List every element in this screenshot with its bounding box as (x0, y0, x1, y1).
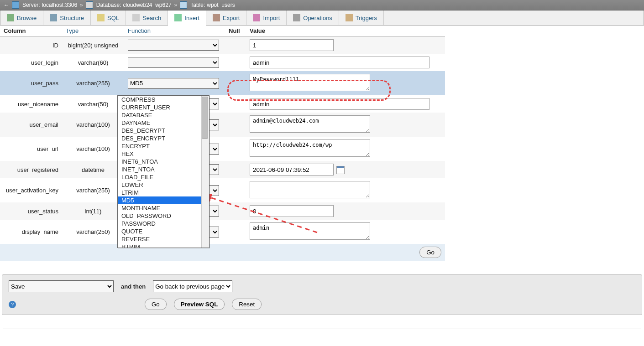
tab-label: Insert (184, 15, 199, 21)
crumb-db[interactable]: cloudweb24_wp627 (123, 2, 171, 8)
form-row-user_email: user_emailvarchar(100) (0, 113, 445, 137)
tab-import[interactable]: Import (246, 10, 287, 25)
column-type: datetime (62, 161, 124, 178)
value-input[interactable] (250, 164, 334, 176)
null-cell (225, 178, 246, 202)
null-cell (225, 220, 246, 244)
value-input[interactable] (250, 181, 370, 198)
dropdown-option[interactable]: CURRENT_USER (118, 103, 209, 111)
column-type: varchar(250) (62, 220, 124, 244)
tab-insert[interactable]: Insert (168, 10, 206, 26)
null-cell (225, 95, 246, 113)
column-type: varchar(255) (62, 178, 124, 202)
dropdown-option[interactable]: INET_NTOA (118, 165, 209, 173)
crumb-server-label: Server: (22, 2, 40, 8)
structure-icon (50, 14, 57, 21)
column-name: user_email (0, 113, 62, 137)
go-button[interactable]: Go (419, 247, 441, 258)
dropdown-option[interactable]: OLD_PASSWORD (118, 212, 209, 220)
dropdown-option[interactable]: HEX (118, 150, 209, 158)
reset-button[interactable]: Reset (232, 299, 262, 310)
column-type: varchar(60) (62, 54, 124, 71)
calendar-icon[interactable] (336, 166, 345, 174)
action-bar: Save and then Go back to previous page ?… (2, 274, 642, 315)
value-input[interactable] (250, 39, 334, 51)
insert-form-table: Column Type Function Null Value IDbigint… (0, 26, 445, 261)
tab-structure[interactable]: Structure (43, 10, 91, 25)
tab-triggers[interactable]: Triggers (339, 10, 384, 25)
dropdown-option[interactable]: MD5 (118, 196, 209, 204)
crumb-table-label: Table: (190, 2, 205, 8)
dropdown-option[interactable]: LOAD_FILE (118, 173, 209, 181)
tab-label: Export (223, 15, 240, 21)
null-cell (225, 54, 246, 71)
search-icon (132, 14, 140, 21)
th-type[interactable]: Type (62, 26, 124, 36)
dropdown-option[interactable]: RTRIM (118, 243, 209, 248)
th-function[interactable]: Function (124, 26, 225, 36)
help-icon[interactable]: ? (9, 301, 16, 308)
value-input[interactable] (250, 57, 429, 68)
value-input[interactable] (250, 139, 370, 157)
tab-export[interactable]: Export (206, 10, 247, 25)
dropdown-option[interactable]: DAYNAME (118, 119, 209, 127)
and-then-label: and then (121, 283, 146, 290)
th-column: Column (0, 26, 62, 36)
value-input[interactable] (250, 205, 334, 217)
dropdown-option[interactable]: REVERSE (118, 235, 209, 243)
dropdown-option[interactable]: LOWER (118, 181, 209, 189)
breadcrumb: ← Server: localhost:3306 » Database: clo… (0, 0, 644, 10)
table-icon (180, 1, 187, 9)
value-input[interactable] (250, 98, 429, 110)
null-cell (225, 161, 246, 178)
crumb-table[interactable]: wpot_users (207, 2, 235, 8)
dropdown-option[interactable]: DATABASE (118, 111, 209, 119)
dropdown-option[interactable]: PASSWORD (118, 220, 209, 227)
server-icon (12, 1, 19, 9)
value-input[interactable] (250, 222, 370, 240)
dropdown-option[interactable]: INET6_NTOA (118, 158, 209, 165)
column-name: ID (0, 36, 62, 54)
function-select[interactable] (128, 40, 219, 51)
dropdown-option[interactable]: DES_DECRYPT (118, 127, 209, 134)
footer-divider (3, 329, 641, 329)
dropdown-option[interactable]: QUOTE (118, 227, 209, 235)
go-button-bottom[interactable]: Go (145, 299, 167, 310)
form-row-user_url: user_urlvarchar(100) (0, 137, 445, 161)
crumb-server[interactable]: localhost:3306 (42, 2, 77, 8)
function-dropdown-list[interactable]: COMPRESSCURRENT_USERDATABASEDAYNAMEDES_D… (117, 95, 209, 248)
dropdown-option[interactable]: DES_ENCRYPT (118, 134, 209, 142)
dropdown-option[interactable]: ENCRYPT (118, 142, 209, 150)
dropdown-option[interactable]: MONTHNAME (118, 204, 209, 212)
tab-browse[interactable]: Browse (0, 10, 43, 25)
tab-bar: Browse Structure SQL Search Insert Expor… (0, 10, 644, 26)
crumb-sep: » (80, 2, 83, 8)
tab-sql[interactable]: SQL (91, 10, 126, 25)
dropdown-option[interactable]: COMPRESS (118, 96, 209, 103)
dropdown-scrollbar-thumb[interactable] (202, 97, 208, 139)
and-then-select[interactable]: Go back to previous page (153, 280, 232, 292)
tab-operations[interactable]: Operations (287, 10, 339, 25)
dropdown-option[interactable]: LTRIM (118, 189, 209, 196)
preview-sql-button[interactable]: Preview SQL (174, 299, 225, 310)
dropdown-scrollbar[interactable] (201, 96, 209, 248)
import-icon (253, 14, 260, 21)
tab-label: Import (263, 15, 280, 21)
sql-icon (97, 14, 105, 21)
operations-icon (293, 14, 300, 21)
back-arrow-icon[interactable]: ← (3, 2, 10, 8)
null-cell (225, 202, 246, 220)
function-select[interactable] (128, 57, 219, 68)
save-select[interactable]: Save (9, 280, 114, 292)
null-cell (225, 113, 246, 137)
form-row-user_pass: user_passvarchar(255)MD5 (0, 71, 445, 95)
tab-label: Browse (17, 15, 37, 21)
column-name: user_activation_key (0, 178, 62, 202)
value-input[interactable] (250, 74, 370, 91)
function-select[interactable]: MD5 (128, 78, 219, 89)
th-null: Null (225, 26, 246, 36)
form-row-user_status: user_statusint(11) (0, 202, 445, 220)
form-row-user_login: user_loginvarchar(60) (0, 54, 445, 71)
tab-search[interactable]: Search (126, 10, 168, 25)
value-input[interactable] (250, 115, 370, 133)
